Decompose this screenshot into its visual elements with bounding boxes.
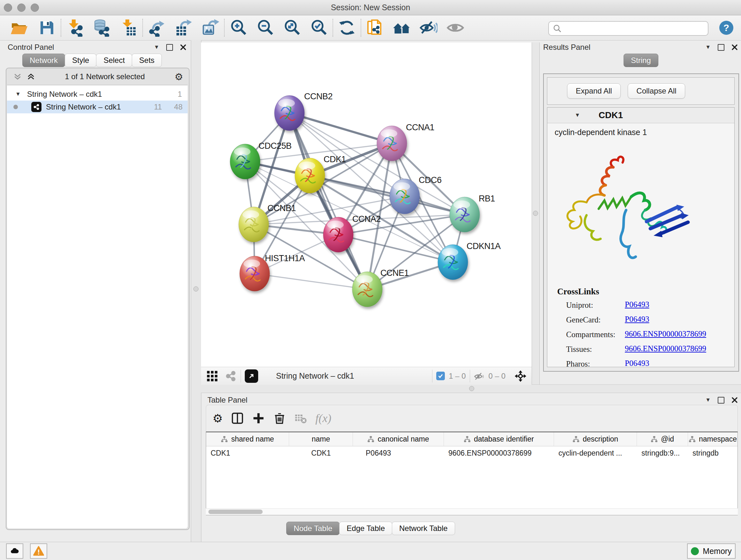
tab-node-table[interactable]: Node Table — [286, 522, 340, 535]
network-node-CCNE1[interactable] — [352, 272, 382, 307]
column-header-description[interactable]: description — [554, 432, 637, 446]
collapse-panel-icon[interactable]: ▼ — [705, 397, 711, 403]
memory-button[interactable]: Memory — [687, 543, 736, 559]
crosslink-compartments-link[interactable]: 9606.ENSP00000378699 — [625, 329, 706, 338]
column-header-id[interactable]: @id — [637, 432, 688, 446]
crosslink-label: Compartments: — [566, 330, 615, 339]
export-network-icon[interactable] — [147, 18, 166, 37]
network-node-CCNA1[interactable] — [377, 126, 407, 161]
column-header-database-identifier[interactable]: database identifier — [444, 432, 554, 446]
tab-style[interactable]: Style — [65, 54, 96, 67]
network-edge[interactable] — [289, 113, 392, 143]
network-canvas[interactable]: CCNB2CCNA1CDC25BCDK1CDC6RB1CCNB1CCNA2CDK… — [201, 43, 532, 367]
left-splitter-grip[interactable] — [193, 287, 199, 292]
float-panel-icon[interactable] — [166, 44, 173, 51]
tab-select[interactable]: Select — [96, 54, 132, 67]
cloud-status-button[interactable] — [6, 543, 23, 559]
entry-expander-icon[interactable]: ▼ — [575, 112, 580, 118]
table-row-cell[interactable]: CDK1 — [289, 446, 353, 460]
hidden-eye-icon[interactable] — [474, 371, 485, 381]
warnings-button[interactable] — [30, 543, 47, 559]
delete-column-trash-icon[interactable] — [273, 412, 286, 425]
apply-function-icon[interactable]: f(x) — [315, 412, 331, 425]
network-collection-row[interactable]: ▼ String Network – cdk1 1 — [7, 88, 188, 101]
show-columns-icon[interactable] — [231, 412, 244, 425]
export-table-icon[interactable] — [174, 18, 193, 37]
cdk1-entry-header[interactable]: ▼ CDK1 — [547, 108, 734, 123]
first-neighbors-home-icon[interactable] — [393, 18, 411, 37]
scrollbar-thumb[interactable] — [208, 509, 263, 514]
table-row-cell[interactable]: P06493 — [353, 446, 444, 460]
collapse-all-button[interactable]: Collapse All — [628, 83, 685, 99]
column-header-namespace[interactable]: namespace — [688, 432, 738, 446]
table-row-cell[interactable]: 9606.ENSP00000378699 — [444, 446, 554, 460]
network-node-CDC25B[interactable] — [230, 144, 260, 179]
network-list-panel: 1 of 1 Network selected ⚙ ▼ String Netwo… — [6, 68, 190, 530]
delete-table-icon[interactable] — [294, 412, 307, 425]
network-node-CCNB2[interactable] — [274, 96, 305, 131]
expand-all-networks-icon[interactable] — [27, 72, 35, 81]
crosslink-genecard-link[interactable]: P06493 — [625, 315, 649, 324]
collapse-panel-icon[interactable]: ▼ — [154, 44, 159, 51]
crosslink-uniprot-link[interactable]: P06493 — [625, 300, 649, 309]
close-panel-icon[interactable] — [180, 44, 186, 51]
network-node-CCNA2[interactable] — [323, 217, 353, 252]
collapse-all-networks-icon[interactable] — [13, 72, 22, 81]
network-node-RB1[interactable] — [450, 197, 480, 232]
tab-network-table[interactable]: Network Table — [392, 522, 455, 535]
zoom-in-icon[interactable] — [229, 18, 248, 37]
collection-expander-icon[interactable]: ▼ — [15, 91, 21, 98]
column-header-canonical-name[interactable]: canonical name — [353, 432, 444, 446]
tab-string[interactable]: String — [623, 54, 658, 67]
open-session-icon[interactable] — [10, 18, 28, 37]
network-node-CDKN1A[interactable] — [438, 245, 468, 280]
hide-details-eye-icon[interactable] — [419, 18, 438, 37]
tab-edge-table[interactable]: Edge Table — [339, 522, 392, 535]
import-table-file-icon[interactable] — [119, 18, 138, 37]
zoom-selected-icon[interactable] — [310, 18, 328, 37]
close-panel-icon[interactable] — [731, 44, 738, 51]
float-panel-icon[interactable] — [718, 397, 724, 403]
right-splitter-grip[interactable] — [533, 211, 538, 216]
show-graphics-eye-icon[interactable] — [446, 18, 465, 37]
create-column-plus-icon[interactable] — [252, 412, 265, 425]
fit-selected-crosshair-icon[interactable] — [514, 369, 527, 383]
birdseye-view-icon[interactable] — [245, 369, 258, 383]
fit-content-icon[interactable] — [283, 18, 301, 37]
table-options-gear-icon[interactable]: ⚙ — [212, 412, 223, 425]
network-row-selected[interactable]: String Network – cdk1 11 48 — [7, 101, 188, 113]
tab-sets[interactable]: Sets — [132, 54, 162, 67]
refresh-view-icon[interactable] — [338, 18, 356, 37]
duplicate-network-icon[interactable] — [366, 18, 384, 37]
crosslink-pharos-link[interactable]: P06493 — [625, 359, 649, 367]
table-row-cell[interactable]: CDK1 — [206, 446, 289, 460]
export-image-icon[interactable] — [201, 18, 219, 37]
horizontal-splitter-grip[interactable] — [469, 386, 474, 391]
float-panel-icon[interactable] — [718, 44, 724, 51]
crosslink-tissues-link[interactable]: 9606.ENSP00000378699 — [625, 344, 706, 353]
selected-checkbox-icon[interactable] — [436, 372, 445, 380]
network-options-gear-icon[interactable]: ⚙ — [175, 71, 183, 82]
network-node-CDC6[interactable] — [390, 179, 420, 214]
search-input[interactable] — [564, 22, 703, 33]
save-session-icon[interactable] — [38, 18, 56, 37]
network-share-icon[interactable] — [225, 370, 237, 382]
import-network-database-icon[interactable] — [92, 18, 111, 37]
table-row-cell[interactable]: cyclin-dependent ... — [554, 446, 637, 460]
close-panel-icon[interactable] — [731, 397, 738, 403]
table-row-cell[interactable]: stringdb:9... — [637, 446, 688, 460]
network-node-CDK1[interactable] — [295, 158, 325, 193]
zoom-out-icon[interactable] — [256, 18, 274, 37]
column-header-name[interactable]: name — [289, 432, 353, 446]
table-horizontal-scrollbar[interactable] — [206, 508, 738, 515]
help-icon[interactable]: ? — [719, 21, 733, 35]
tab-network[interactable]: Network — [22, 54, 65, 67]
grid-view-icon[interactable] — [206, 370, 218, 382]
network-edge[interactable] — [255, 273, 367, 289]
table-row-cell[interactable]: stringdb — [688, 446, 738, 460]
network-node-CCNB1[interactable] — [239, 207, 269, 242]
column-header-shared-name[interactable]: shared name — [206, 432, 289, 446]
import-network-file-icon[interactable] — [66, 18, 84, 37]
collapse-panel-icon[interactable]: ▼ — [705, 44, 711, 51]
expand-all-button[interactable]: Expand All — [567, 83, 621, 99]
